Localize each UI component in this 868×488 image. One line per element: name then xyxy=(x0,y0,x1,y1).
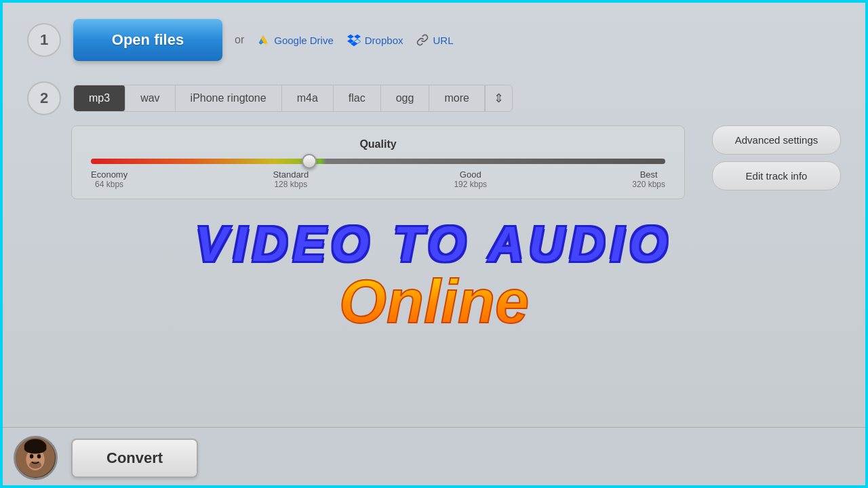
avatar-face-svg xyxy=(16,436,56,480)
tab-more[interactable]: more xyxy=(429,85,484,111)
avatar xyxy=(14,436,58,480)
tab-flac[interactable]: flac xyxy=(334,85,381,111)
tab-mp3[interactable]: mp3 xyxy=(74,85,125,111)
url-icon xyxy=(416,34,429,46)
format-tabs: mp3 wav iPhone ringtone m4a flac ogg mor… xyxy=(73,85,513,112)
convert-button[interactable]: Convert xyxy=(71,439,198,478)
right-buttons-panel: Advanced settings Edit track info xyxy=(712,125,841,190)
quality-labels: Economy 64 kbps Standard 128 kbps Good 1… xyxy=(91,169,665,189)
step1-circle: 1 xyxy=(27,23,61,57)
hero-line1: VIDEO TO AUDIO xyxy=(0,220,868,268)
google-drive-label: Google Drive xyxy=(274,35,334,46)
dropbox-link[interactable]: Dropbox xyxy=(347,33,403,47)
step2-row: 2 mp3 wav iPhone ringtone m4a flac ogg m… xyxy=(0,75,868,122)
quality-good: Good 192 kbps xyxy=(454,169,487,189)
hero-line2: Online xyxy=(0,268,868,336)
tab-iphone-ringtone[interactable]: iPhone ringtone xyxy=(176,85,282,111)
url-label: URL xyxy=(433,35,453,46)
tab-ogg[interactable]: ogg xyxy=(381,85,430,111)
quality-title: Quality xyxy=(91,138,665,150)
edit-track-info-button[interactable]: Edit track info xyxy=(712,161,841,190)
svg-point-3 xyxy=(30,454,33,458)
svg-rect-6 xyxy=(24,443,47,453)
main-background: 1 Open files or Google Drive Dropbox xyxy=(0,0,868,488)
advanced-settings-button[interactable]: Advanced settings xyxy=(712,125,841,155)
dropbox-label: Dropbox xyxy=(365,35,403,46)
svg-point-4 xyxy=(37,454,41,458)
tab-wav[interactable]: wav xyxy=(125,85,175,111)
quality-economy: Economy 64 kbps xyxy=(91,169,127,189)
quality-slider-container xyxy=(91,159,665,164)
step1-row: 1 Open files or Google Drive Dropbox xyxy=(0,0,868,75)
cloud-links: Google Drive Dropbox URL xyxy=(256,33,453,47)
bottom-bar: Convert xyxy=(0,427,868,488)
open-files-button[interactable]: Open files xyxy=(73,19,222,61)
quality-standard: Standard 128 kbps xyxy=(273,169,309,189)
dropbox-icon xyxy=(347,33,361,47)
google-drive-icon xyxy=(256,33,270,47)
step2-circle: 2 xyxy=(27,81,61,115)
svg-point-5 xyxy=(29,461,41,468)
or-text: or xyxy=(235,34,244,46)
url-link[interactable]: URL xyxy=(416,34,453,46)
quality-best: Best 320 kbps xyxy=(632,169,665,189)
tab-m4a[interactable]: m4a xyxy=(282,85,334,111)
hero-section: VIDEO TO AUDIO Online xyxy=(0,220,868,336)
google-drive-link[interactable]: Google Drive xyxy=(256,33,334,47)
tab-more-arrow[interactable]: ⇕ xyxy=(485,85,512,111)
